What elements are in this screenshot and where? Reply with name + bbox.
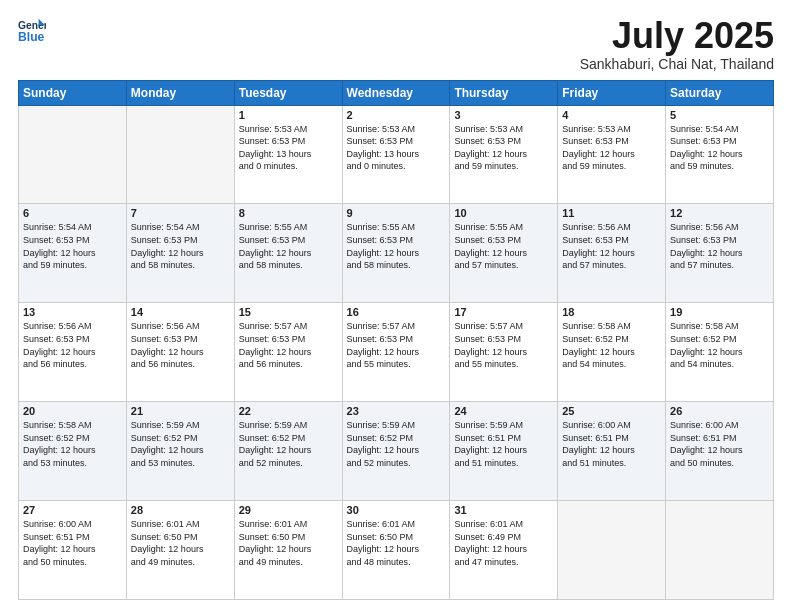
calendar-cell: 29Sunrise: 6:01 AM Sunset: 6:50 PM Dayli…	[234, 501, 342, 600]
main-title: July 2025	[580, 16, 774, 56]
calendar-cell: 1Sunrise: 5:53 AM Sunset: 6:53 PM Daylig…	[234, 105, 342, 204]
day-number: 14	[131, 306, 230, 318]
day-info: Sunrise: 5:58 AM Sunset: 6:52 PM Dayligh…	[670, 320, 769, 370]
day-number: 30	[347, 504, 446, 516]
calendar-week-row: 6Sunrise: 5:54 AM Sunset: 6:53 PM Daylig…	[19, 204, 774, 303]
day-info: Sunrise: 5:55 AM Sunset: 6:53 PM Dayligh…	[239, 221, 338, 271]
calendar-cell: 15Sunrise: 5:57 AM Sunset: 6:53 PM Dayli…	[234, 303, 342, 402]
calendar-cell: 13Sunrise: 5:56 AM Sunset: 6:53 PM Dayli…	[19, 303, 127, 402]
calendar-cell: 9Sunrise: 5:55 AM Sunset: 6:53 PM Daylig…	[342, 204, 450, 303]
page: General Blue July 2025 Sankhaburi, Chai …	[0, 0, 792, 612]
day-number: 9	[347, 207, 446, 219]
day-number: 18	[562, 306, 661, 318]
day-number: 28	[131, 504, 230, 516]
calendar-cell	[126, 105, 234, 204]
day-info: Sunrise: 6:01 AM Sunset: 6:49 PM Dayligh…	[454, 518, 553, 568]
day-number: 23	[347, 405, 446, 417]
day-info: Sunrise: 5:54 AM Sunset: 6:53 PM Dayligh…	[670, 123, 769, 173]
day-info: Sunrise: 5:58 AM Sunset: 6:52 PM Dayligh…	[562, 320, 661, 370]
calendar-cell: 22Sunrise: 5:59 AM Sunset: 6:52 PM Dayli…	[234, 402, 342, 501]
calendar-cell: 12Sunrise: 5:56 AM Sunset: 6:53 PM Dayli…	[666, 204, 774, 303]
day-number: 13	[23, 306, 122, 318]
col-wednesday: Wednesday	[342, 80, 450, 105]
calendar-cell: 16Sunrise: 5:57 AM Sunset: 6:53 PM Dayli…	[342, 303, 450, 402]
col-saturday: Saturday	[666, 80, 774, 105]
logo: General Blue	[18, 16, 46, 44]
day-info: Sunrise: 6:01 AM Sunset: 6:50 PM Dayligh…	[347, 518, 446, 568]
title-block: July 2025 Sankhaburi, Chai Nat, Thailand	[580, 16, 774, 72]
calendar-cell: 21Sunrise: 5:59 AM Sunset: 6:52 PM Dayli…	[126, 402, 234, 501]
calendar-week-row: 13Sunrise: 5:56 AM Sunset: 6:53 PM Dayli…	[19, 303, 774, 402]
calendar-cell: 31Sunrise: 6:01 AM Sunset: 6:49 PM Dayli…	[450, 501, 558, 600]
calendar-cell: 5Sunrise: 5:54 AM Sunset: 6:53 PM Daylig…	[666, 105, 774, 204]
calendar-cell: 3Sunrise: 5:53 AM Sunset: 6:53 PM Daylig…	[450, 105, 558, 204]
day-info: Sunrise: 5:53 AM Sunset: 6:53 PM Dayligh…	[347, 123, 446, 173]
calendar-cell: 28Sunrise: 6:01 AM Sunset: 6:50 PM Dayli…	[126, 501, 234, 600]
calendar-cell: 14Sunrise: 5:56 AM Sunset: 6:53 PM Dayli…	[126, 303, 234, 402]
day-number: 11	[562, 207, 661, 219]
day-number: 3	[454, 109, 553, 121]
day-info: Sunrise: 5:54 AM Sunset: 6:53 PM Dayligh…	[23, 221, 122, 271]
day-number: 1	[239, 109, 338, 121]
calendar-cell: 10Sunrise: 5:55 AM Sunset: 6:53 PM Dayli…	[450, 204, 558, 303]
day-info: Sunrise: 5:56 AM Sunset: 6:53 PM Dayligh…	[131, 320, 230, 370]
day-info: Sunrise: 6:01 AM Sunset: 6:50 PM Dayligh…	[131, 518, 230, 568]
calendar-cell: 11Sunrise: 5:56 AM Sunset: 6:53 PM Dayli…	[558, 204, 666, 303]
calendar-cell: 2Sunrise: 5:53 AM Sunset: 6:53 PM Daylig…	[342, 105, 450, 204]
col-monday: Monday	[126, 80, 234, 105]
day-number: 15	[239, 306, 338, 318]
calendar-cell	[558, 501, 666, 600]
day-info: Sunrise: 5:55 AM Sunset: 6:53 PM Dayligh…	[454, 221, 553, 271]
day-number: 16	[347, 306, 446, 318]
day-number: 20	[23, 405, 122, 417]
calendar-cell: 17Sunrise: 5:57 AM Sunset: 6:53 PM Dayli…	[450, 303, 558, 402]
col-tuesday: Tuesday	[234, 80, 342, 105]
day-info: Sunrise: 5:56 AM Sunset: 6:53 PM Dayligh…	[670, 221, 769, 271]
day-info: Sunrise: 6:00 AM Sunset: 6:51 PM Dayligh…	[23, 518, 122, 568]
day-info: Sunrise: 5:57 AM Sunset: 6:53 PM Dayligh…	[454, 320, 553, 370]
day-number: 31	[454, 504, 553, 516]
day-number: 19	[670, 306, 769, 318]
day-number: 7	[131, 207, 230, 219]
day-info: Sunrise: 5:59 AM Sunset: 6:52 PM Dayligh…	[239, 419, 338, 469]
day-info: Sunrise: 5:57 AM Sunset: 6:53 PM Dayligh…	[239, 320, 338, 370]
day-number: 6	[23, 207, 122, 219]
day-number: 8	[239, 207, 338, 219]
col-sunday: Sunday	[19, 80, 127, 105]
day-number: 10	[454, 207, 553, 219]
day-number: 21	[131, 405, 230, 417]
day-number: 12	[670, 207, 769, 219]
day-number: 17	[454, 306, 553, 318]
calendar-cell: 24Sunrise: 5:59 AM Sunset: 6:51 PM Dayli…	[450, 402, 558, 501]
day-info: Sunrise: 6:00 AM Sunset: 6:51 PM Dayligh…	[670, 419, 769, 469]
day-info: Sunrise: 5:59 AM Sunset: 6:52 PM Dayligh…	[347, 419, 446, 469]
calendar-cell: 30Sunrise: 6:01 AM Sunset: 6:50 PM Dayli…	[342, 501, 450, 600]
day-number: 22	[239, 405, 338, 417]
day-number: 25	[562, 405, 661, 417]
calendar-cell: 4Sunrise: 5:53 AM Sunset: 6:53 PM Daylig…	[558, 105, 666, 204]
day-info: Sunrise: 5:59 AM Sunset: 6:52 PM Dayligh…	[131, 419, 230, 469]
calendar-cell	[666, 501, 774, 600]
calendar-cell: 7Sunrise: 5:54 AM Sunset: 6:53 PM Daylig…	[126, 204, 234, 303]
calendar-cell: 23Sunrise: 5:59 AM Sunset: 6:52 PM Dayli…	[342, 402, 450, 501]
day-info: Sunrise: 6:00 AM Sunset: 6:51 PM Dayligh…	[562, 419, 661, 469]
day-info: Sunrise: 5:59 AM Sunset: 6:51 PM Dayligh…	[454, 419, 553, 469]
calendar-cell: 25Sunrise: 6:00 AM Sunset: 6:51 PM Dayli…	[558, 402, 666, 501]
day-info: Sunrise: 5:58 AM Sunset: 6:52 PM Dayligh…	[23, 419, 122, 469]
day-number: 24	[454, 405, 553, 417]
day-number: 29	[239, 504, 338, 516]
calendar-week-row: 1Sunrise: 5:53 AM Sunset: 6:53 PM Daylig…	[19, 105, 774, 204]
calendar-week-row: 27Sunrise: 6:00 AM Sunset: 6:51 PM Dayli…	[19, 501, 774, 600]
day-info: Sunrise: 5:53 AM Sunset: 6:53 PM Dayligh…	[239, 123, 338, 173]
day-number: 26	[670, 405, 769, 417]
calendar-week-row: 20Sunrise: 5:58 AM Sunset: 6:52 PM Dayli…	[19, 402, 774, 501]
day-number: 2	[347, 109, 446, 121]
day-number: 27	[23, 504, 122, 516]
day-info: Sunrise: 6:01 AM Sunset: 6:50 PM Dayligh…	[239, 518, 338, 568]
day-info: Sunrise: 5:54 AM Sunset: 6:53 PM Dayligh…	[131, 221, 230, 271]
day-number: 4	[562, 109, 661, 121]
calendar-cell: 8Sunrise: 5:55 AM Sunset: 6:53 PM Daylig…	[234, 204, 342, 303]
day-info: Sunrise: 5:55 AM Sunset: 6:53 PM Dayligh…	[347, 221, 446, 271]
logo-icon: General Blue	[18, 16, 46, 44]
day-info: Sunrise: 5:53 AM Sunset: 6:53 PM Dayligh…	[562, 123, 661, 173]
